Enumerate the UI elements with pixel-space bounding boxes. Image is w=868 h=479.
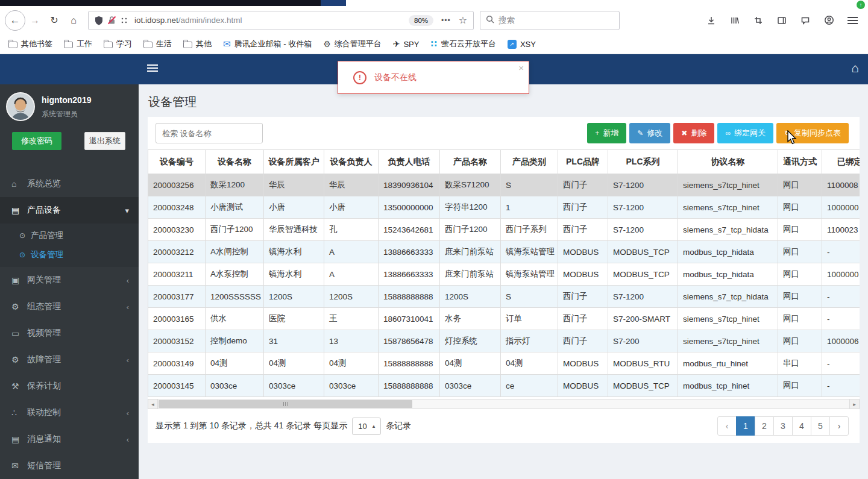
back-button[interactable]: ← [5,10,25,31]
sidebar-subitem-product-management[interactable]: ⊙产品管理 [0,226,139,245]
next-page-button[interactable]: › [829,416,849,436]
reload-button[interactable]: ↻ [45,11,64,30]
table-row[interactable]: 200003256数采1200华辰华辰18390936104数采S71200S西… [148,174,860,196]
sidebar-item-fault-management[interactable]: ⚙故障管理‹ [0,346,139,373]
column-header[interactable]: PLC系列 [608,150,678,174]
logout-button[interactable]: 退出系统 [84,132,125,150]
zoom-indicator[interactable]: 80% [409,15,433,26]
sidebar-item-system-overview[interactable]: ⌂系统总览 [0,171,139,197]
sidebar-item-scada-management[interactable]: ⚙组态管理‹ [0,293,139,320]
edit-button[interactable]: ✎修改 [629,123,670,143]
browser-tab[interactable] [0,0,321,6]
browser-search-bar[interactable]: 搜索 [480,11,620,30]
menu-hamburger-icon[interactable] [844,12,861,29]
horizontal-scrollbar[interactable]: ◂ ▸ [148,399,860,409]
sidebar-collapse-icon[interactable] [147,64,158,72]
table-row[interactable]: 200003152控制demo311315878656478灯控系统指示灯西门子… [148,330,860,352]
column-header[interactable]: 设备所属客户 [264,150,324,174]
column-header[interactable]: 负责人电话 [379,150,440,174]
browser-toolbar: ← → ↻ ⌂ iot.idosp.net/admin/index.html 8… [0,6,868,34]
bind-gateway-button[interactable]: ∞绑定网关 [717,123,773,143]
column-header[interactable]: 协议名称 [678,150,778,174]
bookmark-item[interactable]: 其他书签 [8,39,52,49]
table-row[interactable]: 20000314904测04测04测1588888888804测04测MODBU… [148,352,860,375]
scrollbar-thumb[interactable] [159,400,412,408]
scroll-left-icon[interactable]: ◂ [148,399,158,409]
site-permissions-icon[interactable] [121,17,128,24]
alert-dialog: ! 设备不在线 × [338,61,529,94]
bookmark-item[interactable]: 工作 [64,39,92,49]
table-cell: 供水 [206,308,264,330]
sidebar-item-gateway-management[interactable]: ▣网关管理‹ [0,267,139,293]
chevron-left-icon: ‹ [127,276,129,285]
bookmark-item[interactable]: 其他 [183,39,212,49]
table-row[interactable]: 200003230西门子1200华辰智通科技孔15243642681西门子120… [148,219,860,241]
column-header[interactable]: 设备名称 [206,150,264,174]
bookmark-star-icon[interactable]: ☆ [459,14,467,26]
sidebar-toggle-icon[interactable] [773,12,790,29]
forward-button[interactable]: → [25,11,45,30]
shield-icon[interactable] [95,16,103,25]
sidebar-subitem-label: 产品管理 [31,230,63,241]
column-header[interactable]: PLC品牌 [558,150,608,174]
gears-icon: ⚙ [11,302,27,312]
alert-close-icon[interactable]: × [518,63,524,73]
column-header[interactable]: 设备编号 [148,150,206,174]
sidebar-item-maintenance-plan[interactable]: ⚒保养计划 [0,373,139,399]
sidebar-item-linkage-control[interactable]: ∴联动控制‹ [0,399,139,426]
download-icon[interactable] [703,12,720,29]
app-home-icon[interactable]: ⌂ [851,61,859,75]
column-header[interactable]: 设备负责人 [324,150,379,174]
page-button-4[interactable]: 4 [792,416,811,436]
table-cell: 0303ce [264,375,324,397]
page-button-5[interactable]: 5 [811,416,830,436]
sidebar-subitem-device-management[interactable]: ⊙设备管理 [0,245,139,265]
page-size-select[interactable]: 10 ▴ [352,418,381,435]
screenshot-crop-icon[interactable] [750,12,767,29]
column-header[interactable]: 产品名称 [440,150,501,174]
table-row[interactable]: 2000031450303ce0303ce0303ce1588888888803… [148,375,860,397]
browser-home-button[interactable]: ⌂ [64,11,83,30]
bookmark-item[interactable]: ✉腾讯企业邮箱 - 收件箱 [223,39,312,49]
table-row[interactable]: 200003212A水闸控制镇海水利A13886663333庶来门前泵站镇海泵站… [148,241,860,263]
sidebar-item-product-device[interactable]: ▤产品设备▾ [0,197,139,224]
table-row[interactable]: 200003248小唐测试小唐小唐13500000000字符串12001西门子S… [148,196,860,219]
mail-icon: ✉ [223,39,231,49]
table-cell: 1000000 [822,196,860,219]
bookmark-item[interactable]: ↗XSY [508,40,536,49]
device-search-input[interactable] [156,123,263,143]
bookmark-item[interactable]: 学习 [104,39,132,49]
change-password-button[interactable]: 修改密码 [12,132,61,150]
prev-page-button[interactable]: ‹ [717,416,737,436]
table-row[interactable]: 2000031771200SSSSSS1200S1200S15888888888… [148,286,860,308]
column-header[interactable]: 通讯方式 [778,150,822,174]
page-button-2[interactable]: 2 [755,416,774,436]
bookmark-item[interactable]: ✈SPY [393,39,420,49]
chat-bubble-icon[interactable] [797,12,814,29]
url-text[interactable]: iot.idosp.net/admin/index.html [134,16,242,25]
insecure-lock-icon[interactable] [107,16,116,25]
table-cell: MODBUS [558,241,608,263]
page-button-1[interactable]: 1 [736,416,755,436]
bookmark-item[interactable]: ∷萤石云开放平台 [430,39,495,49]
table-cell: ce [501,375,558,397]
account-icon[interactable] [820,12,837,29]
library-icon[interactable] [726,12,743,29]
bookmark-item[interactable]: ⚙综合管理平台 [323,39,382,49]
table-row[interactable]: 200003165供水医院王18607310041水务订单西门子S7-200-S… [148,308,860,330]
bookmark-item[interactable]: 生活 [143,39,172,49]
sidebar-item-sms-management[interactable]: ✉短信管理 [0,452,139,479]
update-badge-icon[interactable]: ↑ [857,1,865,9]
page-button-3[interactable]: 3 [773,416,793,436]
page-actions-icon[interactable]: ••• [441,16,451,25]
column-header[interactable]: 已绑定网关 [822,150,860,174]
table-row[interactable]: 200003211A水泵控制镇海水利A13886663333庶来门前泵站镇海泵站… [148,263,860,286]
column-header[interactable]: 产品类别 [501,150,558,174]
add-button[interactable]: +新增 [587,123,626,143]
scroll-right-icon[interactable]: ▸ [849,399,859,409]
sidebar-item-video-management[interactable]: ▭视频管理 [0,320,139,346]
url-bar[interactable]: iot.idosp.net/admin/index.html 80% ••• ☆ [88,11,474,30]
delete-button[interactable]: ✖删除 [673,123,714,143]
alert-exclamation-icon: ! [353,71,366,84]
sidebar-item-message-notification[interactable]: ▤消息通知‹ [0,426,139,452]
